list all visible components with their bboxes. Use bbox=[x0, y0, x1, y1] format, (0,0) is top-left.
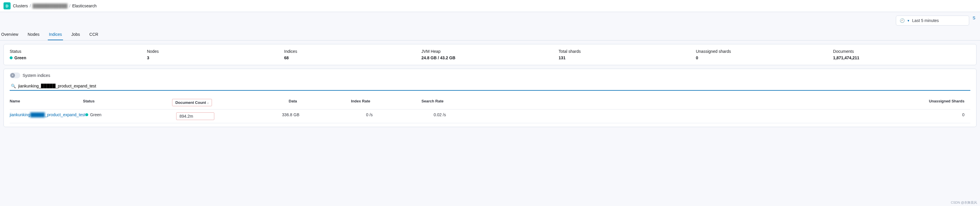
system-indices-label: System indices bbox=[22, 73, 50, 78]
toggle-thumb-icon: ✕ bbox=[10, 73, 15, 78]
breadcrumb-separator: / bbox=[30, 3, 31, 8]
search-field[interactable]: 🔍 bbox=[10, 82, 970, 91]
status-dot-icon bbox=[10, 56, 13, 59]
stat-value: 24.8 GB / 43.2 GB bbox=[421, 56, 558, 60]
stat-status: Status Green bbox=[10, 49, 147, 60]
col-header-doc-label: Document Count bbox=[175, 101, 206, 105]
stat-indices: Indices 68 bbox=[284, 49, 421, 60]
doc-count-highlight: 894.2m bbox=[176, 112, 214, 120]
index-name-suffix: _product_expand_test bbox=[45, 112, 86, 117]
refresh-shortcut[interactable]: S bbox=[973, 16, 975, 26]
stat-value: 68 bbox=[284, 56, 421, 60]
table-header-row: Name Status Document Count ↓ Data Index … bbox=[10, 96, 970, 109]
sort-arrow-down-icon: ↓ bbox=[207, 101, 209, 104]
clock-icon: 🕘 bbox=[900, 18, 905, 23]
stat-shards: Total shards 131 bbox=[559, 49, 696, 60]
stats-panel: Status Green Nodes 3 Indices 68 JVM Heap… bbox=[3, 44, 977, 65]
stat-label: Documents bbox=[833, 49, 970, 54]
stat-documents: Documents 1,871,474,211 bbox=[833, 49, 970, 60]
system-indices-toggle[interactable]: ✕ bbox=[10, 72, 20, 78]
stat-label: Status bbox=[10, 49, 147, 54]
tab-nodes[interactable]: Nodes bbox=[26, 29, 40, 40]
breadcrumb-root[interactable]: Clusters bbox=[13, 3, 28, 8]
index-name-prefix: jiankunking bbox=[10, 112, 30, 117]
time-picker-label: Last 5 minutes bbox=[912, 18, 939, 23]
top-bar: D Clusters / ████████████ / Elasticsearc… bbox=[0, 0, 980, 12]
col-header-data[interactable]: Data bbox=[224, 99, 297, 106]
index-name-mid: █████ bbox=[30, 112, 45, 117]
stat-label: JVM Heap bbox=[421, 49, 558, 54]
search-input[interactable] bbox=[18, 84, 969, 88]
col-header-name[interactable]: Name bbox=[10, 99, 83, 106]
stat-value: 131 bbox=[559, 56, 696, 60]
breadcrumb-separator: / bbox=[69, 3, 70, 8]
stat-value: 1,871,474,211 bbox=[833, 56, 970, 60]
search-icon: 🔍 bbox=[11, 84, 16, 88]
toolbar-row: 🕘 ▼ Last 5 minutes S bbox=[0, 12, 980, 26]
col-header-index-rate[interactable]: Index Rate bbox=[297, 99, 370, 106]
breadcrumb: Clusters / ████████████ / Elasticsearch bbox=[13, 3, 97, 8]
index-status-cell: Green bbox=[85, 112, 153, 120]
col-header-doc-count[interactable]: Document Count ↓ bbox=[150, 99, 224, 106]
indices-table: Name Status Document Count ↓ Data Index … bbox=[10, 96, 970, 123]
stat-value: Green bbox=[10, 56, 147, 60]
breadcrumb-leaf: Elasticsearch bbox=[72, 3, 97, 8]
stat-unassigned: Unassigned shards 0 bbox=[696, 49, 833, 60]
col-header-search-rate[interactable]: Search Rate bbox=[370, 99, 444, 106]
stat-nodes: Nodes 3 bbox=[147, 49, 284, 60]
stat-label: Nodes bbox=[147, 49, 284, 54]
tab-overview[interactable]: Overview bbox=[0, 29, 19, 40]
tabs: Overview Nodes Indices Jobs CCR bbox=[0, 27, 980, 40]
tab-indices[interactable]: Indices bbox=[48, 29, 63, 40]
chevron-down-icon: ▼ bbox=[907, 19, 910, 22]
tab-ccr[interactable]: CCR bbox=[88, 29, 99, 40]
unassigned-shards-cell: 0 bbox=[446, 112, 970, 120]
index-name-link[interactable]: jiankunking█████_product_expand_test bbox=[10, 112, 85, 120]
stat-value: 0 bbox=[696, 56, 833, 60]
stat-label: Indices bbox=[284, 49, 421, 54]
index-rate-cell: 0 /s bbox=[299, 112, 372, 120]
status-dot-icon bbox=[85, 113, 88, 116]
stat-label: Total shards bbox=[559, 49, 696, 54]
doc-count-highlight: Document Count ↓ bbox=[172, 99, 212, 106]
status-text: Green bbox=[14, 56, 26, 60]
col-header-unassigned[interactable]: Unassigned Shards bbox=[444, 99, 970, 106]
breadcrumb-cluster[interactable]: ████████████ bbox=[33, 3, 67, 8]
index-doc-count-cell: 894.2m bbox=[153, 112, 226, 120]
tab-jobs[interactable]: Jobs bbox=[70, 29, 81, 40]
stat-value: 3 bbox=[147, 56, 284, 60]
system-indices-toggle-row: ✕ System indices bbox=[10, 72, 970, 78]
col-header-status[interactable]: Status bbox=[83, 99, 150, 106]
filter-panel: ✕ System indices 🔍 Name Status Document … bbox=[3, 69, 977, 127]
deployment-logo[interactable]: D bbox=[3, 2, 11, 10]
stat-label: Unassigned shards bbox=[696, 49, 833, 54]
stat-jvm: JVM Heap 24.8 GB / 43.2 GB bbox=[421, 49, 558, 60]
index-data-cell: 336.8 GB bbox=[226, 112, 299, 120]
time-picker[interactable]: 🕘 ▼ Last 5 minutes bbox=[896, 16, 969, 26]
table-row: jiankunking█████_product_expand_test Gre… bbox=[10, 109, 970, 123]
index-status-text: Green bbox=[90, 112, 102, 117]
search-rate-cell: 0.02 /s bbox=[372, 112, 446, 120]
